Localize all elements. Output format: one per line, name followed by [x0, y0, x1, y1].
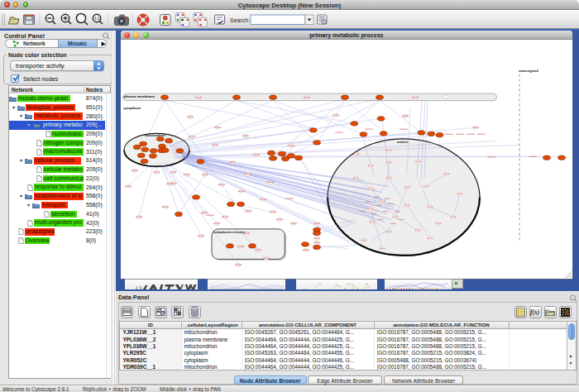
svg-text:nucleus: nucleus [397, 141, 409, 144]
svg-text:1:1: 1:1 [94, 17, 100, 21]
svg-text:plasma membrane: plasma membrane [124, 94, 156, 98]
svg-text:Search:: Search: [230, 17, 250, 22]
svg-text:endoplasmic reticulum: endoplasmic reticulum [213, 231, 246, 234]
svg-text:cytoplasm: cytoplasm [123, 107, 141, 111]
svg-text:unassigned: unassigned [519, 69, 538, 74]
svg-text:mitochondrion: mitochondrion [145, 134, 165, 137]
